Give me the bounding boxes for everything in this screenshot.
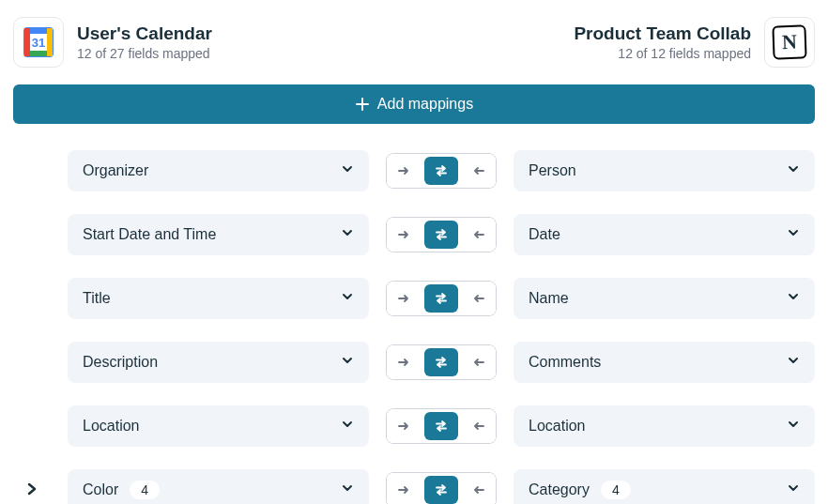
direction-left-button[interactable] (461, 218, 496, 252)
arrow-left-icon (472, 164, 485, 177)
mappings-list: OrganizerPersonStart Date and TimeDateTi… (13, 150, 815, 504)
arrow-left-icon (472, 228, 485, 241)
right-title: Product Team Collab (574, 23, 751, 44)
google-calendar-icon: 31 (13, 17, 64, 68)
direction-both-button[interactable] (424, 476, 459, 504)
left-field-select[interactable]: Location (68, 405, 369, 447)
left-field-select[interactable]: Color4 (68, 469, 369, 504)
arrow-right-icon (397, 164, 410, 177)
right-field-badge: 4 (601, 481, 631, 499)
direction-toggle (386, 408, 497, 444)
svg-rect-3 (47, 28, 53, 56)
left-field-label: Title (83, 290, 111, 307)
header-right: Product Team Collab 12 of 12 fields mapp… (574, 17, 815, 68)
right-field-label: Person (529, 162, 576, 179)
right-field-select[interactable]: Name (514, 278, 815, 319)
left-field-label: Start Date and Time (83, 226, 216, 243)
chevron-down-icon (787, 354, 800, 367)
mapping-row: OrganizerPerson (13, 150, 815, 191)
arrows-bidirectional-icon (434, 482, 449, 497)
left-field-select[interactable]: Start Date and Time (68, 214, 369, 255)
add-mappings-button[interactable]: Add mappings (13, 84, 815, 124)
direction-right-button[interactable] (387, 345, 422, 379)
left-text-block: User's Calendar 12 of 27 fields mapped (77, 23, 212, 61)
chevron-down-icon (341, 226, 354, 239)
header: 31 User's Calendar 12 of 27 fields mappe… (13, 17, 815, 68)
left-field-label: Description (83, 354, 158, 371)
chevron-down-icon (341, 481, 354, 495)
arrows-bidirectional-icon (434, 163, 449, 178)
mapping-row: TitleName (13, 278, 815, 319)
direction-right-button[interactable] (387, 154, 422, 188)
arrow-right-icon (397, 356, 410, 369)
arrow-right-icon (397, 420, 410, 433)
direction-left-button[interactable] (461, 473, 496, 504)
arrow-left-icon (472, 356, 485, 369)
chevron-down-icon (341, 354, 354, 367)
svg-rect-4 (24, 28, 30, 56)
chevron-down-icon (341, 162, 354, 176)
right-field-select[interactable]: Date (514, 214, 815, 255)
arrows-bidirectional-icon (434, 227, 449, 242)
mapping-row: LocationLocation (13, 405, 815, 447)
notion-icon: N (764, 17, 815, 68)
right-field-select[interactable]: Location (514, 405, 815, 447)
direction-both-button[interactable] (424, 348, 459, 376)
direction-left-button[interactable] (461, 409, 496, 443)
expand-row-button[interactable] (21, 478, 43, 503)
left-title: User's Calendar (77, 23, 212, 44)
chevron-down-icon (787, 162, 800, 176)
right-field-select[interactable]: Person (514, 150, 815, 191)
chevron-down-icon (787, 226, 800, 239)
direction-toggle (386, 472, 497, 504)
right-field-label: Location (529, 418, 586, 435)
arrow-left-icon (472, 420, 485, 433)
direction-both-button[interactable] (424, 412, 459, 440)
svg-text:31: 31 (32, 36, 45, 50)
mapping-row: Start Date and TimeDate (13, 214, 815, 255)
right-field-select[interactable]: Comments (514, 342, 815, 383)
direction-toggle (386, 281, 497, 316)
direction-right-button[interactable] (387, 218, 422, 252)
right-field-select[interactable]: Category4 (514, 469, 815, 504)
mapping-row: DescriptionComments (13, 342, 815, 383)
left-field-badge: 4 (130, 481, 160, 499)
chevron-down-icon (341, 290, 354, 303)
right-field-label: Name (529, 290, 569, 307)
arrow-left-icon (472, 292, 485, 305)
arrows-bidirectional-icon (434, 291, 449, 306)
right-field-label: Comments (529, 354, 601, 371)
direction-toggle (386, 217, 497, 252)
left-field-select[interactable]: Title (68, 278, 369, 319)
mapping-row: Color4Category4 (13, 469, 815, 504)
left-subtitle: 12 of 27 fields mapped (77, 46, 212, 61)
right-field-label: Category (529, 481, 590, 498)
direction-left-button[interactable] (461, 282, 496, 315)
left-field-label: Color (83, 481, 118, 498)
direction-right-button[interactable] (387, 282, 422, 315)
arrow-right-icon (397, 483, 410, 496)
direction-both-button[interactable] (424, 157, 459, 185)
chevron-down-icon (341, 418, 354, 431)
chevron-right-icon (24, 481, 39, 496)
add-mappings-label: Add mappings (377, 96, 473, 113)
direction-right-button[interactable] (387, 473, 422, 504)
arrow-right-icon (397, 228, 410, 241)
expand-column (13, 478, 51, 503)
arrows-bidirectional-icon (434, 419, 449, 434)
left-field-select[interactable]: Description (68, 342, 369, 383)
right-text-block: Product Team Collab 12 of 12 fields mapp… (574, 23, 751, 61)
direction-both-button[interactable] (424, 284, 459, 313)
direction-left-button[interactable] (461, 345, 496, 379)
direction-left-button[interactable] (461, 154, 496, 188)
left-field-label: Organizer (83, 162, 148, 179)
direction-right-button[interactable] (387, 409, 422, 443)
direction-toggle (386, 153, 497, 189)
left-field-select[interactable]: Organizer (68, 150, 369, 191)
arrows-bidirectional-icon (434, 355, 449, 370)
chevron-down-icon (787, 418, 800, 431)
header-left: 31 User's Calendar 12 of 27 fields mappe… (13, 17, 212, 68)
right-subtitle: 12 of 12 fields mapped (574, 46, 751, 61)
direction-toggle (386, 344, 497, 380)
direction-both-button[interactable] (424, 221, 459, 249)
